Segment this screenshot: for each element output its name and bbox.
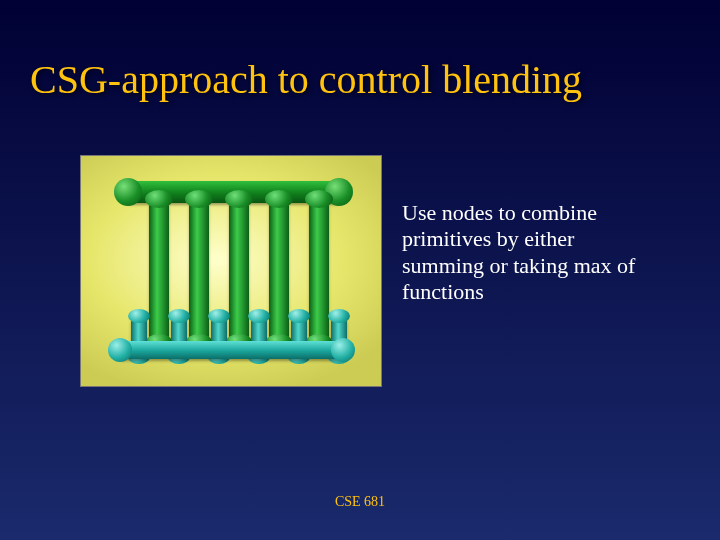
content-area: Use nodes to combine primitives by eithe… (0, 100, 720, 387)
slide-body-text: Use nodes to combine primitives by eithe… (382, 155, 652, 306)
teal-bottom-bar (114, 341, 349, 359)
green-column (309, 196, 329, 346)
green-column (269, 196, 289, 346)
slide-footer: CSE 681 (0, 494, 720, 510)
green-column (149, 196, 169, 346)
green-column (229, 196, 249, 346)
csg-illustration (80, 155, 382, 387)
green-column (189, 196, 209, 346)
slide: CSG-approach to control blending Use nod… (0, 0, 720, 540)
title-area: CSG-approach to control blending (0, 0, 720, 100)
slide-title: CSG-approach to control blending (30, 60, 690, 100)
